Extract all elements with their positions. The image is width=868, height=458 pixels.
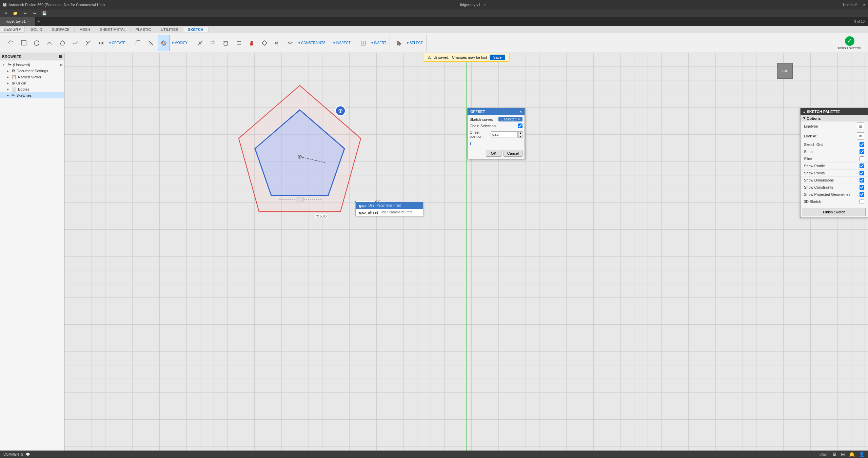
finish-sketch-button[interactable]: ✓ FINISH SKETCH <box>834 35 865 51</box>
close-icon[interactable]: × <box>863 3 865 7</box>
create-more[interactable]: ▾ CREATE <box>108 41 127 45</box>
toolbar-btn-insert[interactable] <box>357 35 369 51</box>
toolbar-cat-sheet-metal[interactable]: SHEET METAL <box>95 27 131 32</box>
toolbar-cat-plastic[interactable]: PLASTIC <box>131 27 156 32</box>
toolbar-btn-line[interactable] <box>18 35 30 51</box>
offset-dialog-close[interactable]: × <box>520 110 522 114</box>
offset-dialog-decrement[interactable]: ▼ <box>518 135 522 138</box>
title-bar-right: Untitled* × <box>843 3 865 7</box>
toolbar-group-inspect: ▾ INSPECT <box>330 35 354 51</box>
tree-item-doc-settings[interactable]: ▶ ⚙ Document Settings <box>0 68 64 74</box>
tree-item-bodies[interactable]: ▶ ⬜ Bodies <box>0 86 64 92</box>
tree-item-origin[interactable]: ▶ ⊕ Origin <box>0 80 64 86</box>
menu-save[interactable]: 💾 <box>39 11 50 16</box>
menu-undo[interactable]: ↩ <box>21 11 29 16</box>
toolbar-btn-symmetric[interactable] <box>271 35 283 51</box>
palette-row-linetype: Linetype ▤ <box>801 121 868 131</box>
select-more[interactable]: ▾ SELECT <box>406 41 424 45</box>
title-bar: 🅰 Autodesk Fusion 360 (Personal - Not fo… <box>0 0 868 9</box>
insert-more[interactable]: ▾ INSERT <box>370 41 388 45</box>
tree-settings-icon[interactable]: ⚙ <box>60 63 63 67</box>
comments-icon[interactable]: 💬 <box>26 453 30 456</box>
tab-bar: fidget-toy v1 × + 9 of 10 <box>0 17 868 26</box>
offset-dialog-increment[interactable]: ▲ <box>518 131 522 134</box>
new-tab-btn[interactable]: + <box>38 19 40 23</box>
toolbar-btn-circle[interactable] <box>31 35 43 51</box>
palette-show-points-checkbox[interactable] <box>860 171 864 175</box>
offset-ok-button[interactable]: OK <box>486 150 501 157</box>
palette-3d-sketch-checkbox[interactable] <box>860 199 864 204</box>
toolbar-btn-horizontal[interactable] <box>207 35 219 51</box>
tree-item-sketches[interactable]: ▶ ✏ Sketches <box>0 92 64 98</box>
toolbar-btn-polygon[interactable] <box>56 35 68 51</box>
offset-dialog-body: Sketch curves 1 selected × Chain Selecti… <box>468 115 525 149</box>
palette-snap-checkbox[interactable] <box>860 149 864 154</box>
tab-close-icon[interactable]: × <box>28 20 30 23</box>
tree-item-named-views[interactable]: ▶ 📋 Named Views <box>0 74 64 80</box>
constraints-more[interactable]: ▾ CONSTRAINTS <box>297 41 327 45</box>
browser-expand-icon[interactable]: ⊞ <box>59 54 62 59</box>
toolbar-cat-surface[interactable]: SURFACE <box>47 27 75 32</box>
canvas-area[interactable]: ⚠ Unsaved: Changes may be lost Save ⊕ <box>64 53 868 451</box>
sketch-curves-label: Sketch curves <box>470 117 498 121</box>
toolbar-btn-fix[interactable] <box>245 35 258 51</box>
toolbar-btn-arc[interactable] <box>43 35 56 51</box>
palette-look-at-btn[interactable]: 👁 <box>857 132 864 140</box>
autocomplete-item-gap[interactable]: gap User Parameter (mm) <box>356 202 423 209</box>
toolbar-cat-solid[interactable]: SOLID <box>26 27 47 32</box>
toolbar-btn-offset[interactable] <box>158 35 170 51</box>
toolbar-btn-extend[interactable] <box>145 35 157 51</box>
palette-show-dimensions-checkbox[interactable] <box>860 178 864 183</box>
toolbar-btn-mirror[interactable] <box>95 35 107 51</box>
status-grid-icon[interactable]: ⊞ <box>841 452 845 457</box>
status-user-icon[interactable]: 👤 <box>859 452 865 457</box>
palette-slice-checkbox[interactable] <box>860 156 864 161</box>
status-notification-icon[interactable]: 🔔 <box>849 452 855 457</box>
menu-redo[interactable]: ↪ <box>30 11 39 16</box>
menu-hamburger[interactable]: ≡ <box>2 11 9 16</box>
toolbar-cat-utilities[interactable]: UTILITIES <box>156 27 183 32</box>
view-cube[interactable]: TOP <box>775 63 795 83</box>
toolbar-btn-fillet[interactable] <box>132 35 144 51</box>
toolbar-cat-sketch[interactable]: SKETCH <box>183 27 209 32</box>
toolbar-btn-trim[interactable] <box>82 35 94 51</box>
menu-file[interactable]: 📁 <box>10 11 20 16</box>
inspect-more[interactable]: ▾ INSPECT <box>332 41 352 45</box>
toolbar-cat-mesh[interactable]: MESH <box>75 27 95 32</box>
toolbar-btn-select[interactable] <box>393 35 405 51</box>
offset-cancel-button[interactable]: Cancel <box>504 150 522 157</box>
toolbar-btn-curvature[interactable] <box>284 35 296 51</box>
autocomplete-item-gap-offset[interactable]: gap_offset User Parameter (mm) <box>356 209 423 216</box>
title-bar-left: 🅰 Autodesk Fusion 360 (Personal - Not fo… <box>3 3 105 7</box>
palette-show-profile-checkbox[interactable] <box>860 164 864 168</box>
status-settings-icon[interactable]: ⚙ <box>832 452 837 457</box>
view-cube-top[interactable]: TOP <box>777 63 793 79</box>
modify-more[interactable]: ▾ MODIFY <box>171 41 189 45</box>
offset-position-field[interactable] <box>491 131 518 137</box>
palette-options-header[interactable]: ▾ Options <box>801 115 868 121</box>
toolbar-btn-spline[interactable] <box>69 35 81 51</box>
design-dropdown[interactable]: DESIGN ▾ <box>0 26 25 33</box>
svg-marker-22 <box>275 42 277 44</box>
palette-linetype-btn[interactable]: ▤ <box>857 122 864 130</box>
palette-projected-geom-checkbox[interactable] <box>860 192 864 197</box>
chain-selection-checkbox[interactable] <box>518 123 522 128</box>
toolbar-group-insert: ▾ INSERT <box>355 35 390 51</box>
tree-item-root[interactable]: ▾ 🗁 (Unsaved) ⚙ <box>0 62 64 68</box>
toolbar-btn-undo[interactable] <box>5 35 17 51</box>
toolbar-group-create: ▾ CREATE <box>3 35 129 51</box>
palette-options-arrow: ▾ <box>803 116 805 120</box>
warning-icon: ⚠ <box>428 55 431 60</box>
toolbar-btn-equal[interactable] <box>258 35 271 51</box>
palette-grid-checkbox[interactable] <box>860 142 864 147</box>
main-tab[interactable]: fidget-toy v1 × <box>0 17 36 26</box>
finish-sketch-palette-btn[interactable]: Finish Sketch <box>803 208 866 216</box>
selected-badge[interactable]: 1 selected × <box>498 117 522 121</box>
svg-line-4 <box>86 41 88 43</box>
toolbar-btn-parallel[interactable] <box>233 35 245 51</box>
toolbar-btn-tangent[interactable] <box>220 35 232 51</box>
clear-selection-icon[interactable]: × <box>518 117 520 121</box>
save-button[interactable]: Save <box>490 55 505 60</box>
palette-show-constraints-checkbox[interactable] <box>860 185 864 190</box>
toolbar-btn-coincident[interactable] <box>194 35 206 51</box>
